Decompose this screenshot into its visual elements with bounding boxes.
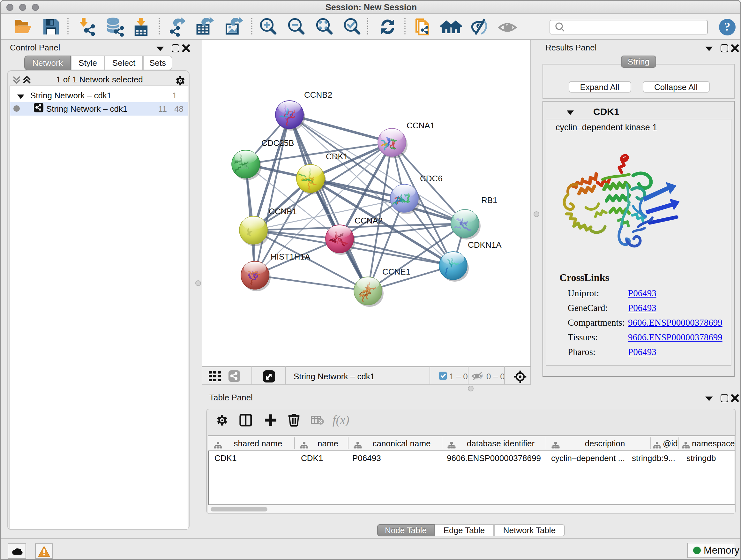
svg-text:CCNA1: CCNA1: [406, 120, 434, 130]
svg-text:RB1: RB1: [481, 195, 497, 205]
svg-text:CCNB1: CCNB1: [268, 206, 296, 216]
svg-text:CCNB2: CCNB2: [304, 90, 332, 99]
svg-text:?: ?: [724, 20, 731, 33]
svg-text:CDKN1A: CDKN1A: [468, 240, 501, 249]
svg-text:CDC25B: CDC25B: [261, 138, 294, 147]
svg-text:CDC6: CDC6: [420, 173, 442, 183]
svg-text:CCNE1: CCNE1: [382, 266, 410, 276]
svg-text:CCNA2: CCNA2: [354, 215, 382, 225]
svg-text:HIST1H1A: HIST1H1A: [270, 252, 310, 261]
svg-text:CDK1: CDK1: [326, 151, 347, 161]
